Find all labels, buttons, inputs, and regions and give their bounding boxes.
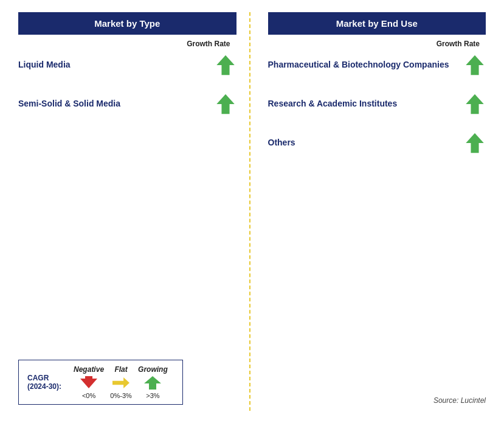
- right-items: Pharmaceutical & Biotechnology Companies…: [268, 52, 486, 411]
- left-panel: Market by Type Growth Rate Liquid Media …: [18, 12, 249, 411]
- legend-growing-label: Growing: [138, 365, 168, 374]
- up-green-arrow-icon: [215, 54, 236, 76]
- right-item-label-2: Research & Academic Institutes: [268, 98, 458, 110]
- svg-marker-0: [216, 55, 234, 75]
- up-green-arrow-icon: [215, 93, 236, 115]
- left-item-label-1: Liquid Media: [18, 59, 209, 71]
- legend-negative-label: Negative: [74, 365, 104, 374]
- legend-box: CAGR (2024-30): Negative <0% Flat 0%-3% …: [18, 360, 183, 405]
- cagr-label: CAGR: [27, 374, 61, 382]
- left-growth-rate-label: Growth Rate: [18, 40, 236, 48]
- legend-flat-label: Flat: [114, 365, 127, 374]
- legend-flat: Flat 0%-3%: [110, 365, 132, 399]
- left-header: Market by Type: [18, 12, 236, 35]
- list-item: Research & Academic Institutes: [268, 91, 486, 117]
- legend-flat-sub: 0%-3%: [110, 392, 131, 399]
- right-item-label-1: Pharmaceutical & Biotechnology Companies: [268, 59, 458, 71]
- up-green-arrow-icon: [464, 54, 486, 76]
- right-growth-rate-label: Growth Rate: [268, 40, 486, 48]
- svg-marker-6: [112, 377, 129, 388]
- list-item: Liquid Media: [18, 52, 236, 79]
- right-header: Market by End Use: [268, 12, 486, 35]
- left-item-label-2: Semi-Solid & Solid Media: [18, 98, 209, 110]
- svg-marker-7: [144, 376, 161, 390]
- left-items: Liquid Media Semi-Solid & Solid Media: [18, 52, 236, 411]
- up-green-arrow-icon: [464, 93, 486, 115]
- source-label: Source: Lucintel: [433, 396, 486, 405]
- right-item-label-3: Others: [268, 137, 458, 149]
- svg-marker-1: [216, 94, 234, 114]
- list-item: Others: [268, 130, 486, 156]
- cagr-years: (2024-30):: [27, 382, 61, 391]
- legend-negative-sub: <0%: [82, 392, 95, 399]
- legend-growing-sub: >3%: [146, 392, 159, 399]
- right-panel: Market by End Use Growth Rate Pharmaceut…: [250, 12, 486, 411]
- svg-marker-2: [466, 55, 483, 75]
- svg-marker-4: [466, 133, 483, 153]
- flat-yellow-arrow-icon: [112, 376, 129, 390]
- list-item: Pharmaceutical & Biotechnology Companies: [268, 52, 486, 79]
- legend-negative: Negative <0%: [74, 365, 104, 399]
- up-green-arrow-icon-legend: [144, 376, 161, 390]
- legend-growing: Growing >3%: [138, 365, 168, 399]
- svg-marker-3: [466, 94, 483, 114]
- down-red-arrow-icon: [80, 376, 97, 390]
- up-green-arrow-icon: [464, 132, 486, 154]
- list-item: Semi-Solid & Solid Media: [18, 91, 236, 117]
- svg-marker-5: [80, 376, 97, 388]
